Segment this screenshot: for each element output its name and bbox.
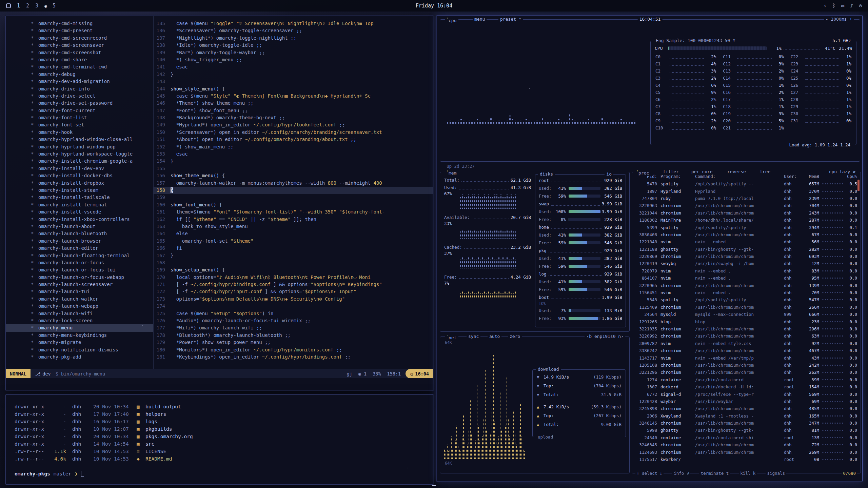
file-picker-item[interactable]: *omarchy-install-xbox-controllers — [6, 216, 153, 223]
terminal-window[interactable]: drwxr-xr-x-dhh20 Nov 10:34▦build-outputd… — [5, 394, 433, 485]
proc-row[interactable]: 1221188ghostty/usr/bin/ghostty --gtk-dhh… — [632, 246, 861, 253]
code-line[interactable]: 180 *Monitors*) open_in_editor ~/.config… — [154, 346, 433, 353]
proc-row[interactable]: 3809782nvimnvim --embed style.cssdhh92M0… — [632, 340, 861, 347]
file-picker-item[interactable]: *omarchy-debug — [6, 71, 153, 78]
tree-button[interactable]: tree — [758, 169, 772, 175]
code-line[interactable]: 163 back_to show_style_menu — [154, 223, 433, 230]
power-icon[interactable]: ⊙ — [859, 3, 862, 9]
code-line[interactable]: 151 *About*) open_in_editor ~/.config/om… — [154, 136, 433, 143]
proc-row[interactable]: 747804rubypuma 7.1.0 (tcp://localdhh239M… — [632, 195, 861, 202]
code-line[interactable]: 176 *Audio*) omarchy-launch-or-focus-tui… — [154, 317, 433, 324]
code-line[interactable]: 171 [ -f ~/.config/hypr/bindings.conf ] … — [154, 281, 433, 288]
proc-row[interactable]: 1205108chromium/usr/lib/chromium/chromdh… — [632, 362, 861, 369]
display-icon[interactable]: ▭ — [841, 3, 844, 9]
proc-row[interactable]: 5470spotify/opt/spotify/spotify --dhh657… — [632, 180, 861, 187]
net-auto-button[interactable]: auto — [488, 334, 501, 339]
bluetooth-icon[interactable]: ᛒ — [832, 3, 835, 9]
proc-row[interactable]: 1143717nvimnvim --embed /var/tmp/pdhh43M… — [632, 354, 861, 361]
code-line[interactable]: 170 local options="♪ Audio\n≋ Wifi\nᛒ Bl… — [154, 274, 433, 281]
file-picker-item[interactable]: *omarchy-launch-webapp — [6, 303, 153, 310]
code-line[interactable]: 157 omarchy-launch-walker -m menus:omarc… — [154, 180, 433, 187]
file-picker-item[interactable]: *omarchy-cmd-terminal-cwd — [6, 63, 153, 70]
file-picker-item[interactable]: *omarchy-hook — [6, 129, 153, 136]
code-line[interactable]: 152 *) show_main_menu ;; — [154, 143, 433, 150]
code-line[interactable]: 181 *Keybindings*) open_in_editor ~/.con… — [154, 353, 433, 361]
proc-row[interactable]: 1124693chromium/usr/lib/chromium/chromdh… — [632, 448, 861, 455]
process-scrollbar[interactable] — [857, 180, 860, 191]
proc-row[interactable]: 1156451nvimnvim --embed .dhh70M0.0 — [632, 289, 861, 296]
reverse-button[interactable]: reverse — [726, 169, 748, 175]
code-line[interactable]: 136 *Screensaver*) omarchy-toggle-screen… — [154, 27, 433, 34]
cpu-box-title[interactable]: ¹cpu — [445, 17, 458, 23]
proc-row[interactable]: 5998ghostty/usr/bin/ghostty --gtk-dhh81M… — [632, 427, 861, 434]
proc-row[interactable]: 3246345chromium/usr/lib/chromium/chromdh… — [632, 441, 861, 448]
file-picker-item[interactable]: *omarchy-menu-keybindings — [6, 332, 153, 339]
process-footer-item[interactable]: ↑ select ↓ — [635, 471, 664, 476]
file-picker-item[interactable]: *omarchy-launch-browser — [6, 238, 153, 245]
proc-row[interactable]: 1274containe/usr/bin/containerdroot59M0.… — [632, 376, 861, 383]
proc-row[interactable]: 5343spotify/opt/spotify/spotifydhh547M0.… — [632, 296, 861, 303]
file-picker-item[interactable]: *omarchy-launch-or-focus-tui — [6, 266, 153, 273]
code-line[interactable]: 159 — [154, 194, 433, 201]
code-line[interactable]: 149 *Hyprland*) open_in_editor ~/.config… — [154, 121, 433, 128]
code-line[interactable]: 141 esac — [154, 63, 433, 70]
file-picker-item[interactable]: *omarchy-install-docker-dbs — [6, 172, 153, 179]
file-picker-item[interactable]: *omarchy-install-tailscale — [6, 194, 153, 201]
code-line[interactable]: 169show_setup_menu() { — [154, 266, 433, 273]
code-line[interactable]: 165 omarchy-font-set "$theme" — [154, 238, 433, 245]
workspace-2[interactable]: 2 — [25, 3, 30, 9]
proc-row[interactable]: 3220965chromium/usr/lib/chromium/chromdh… — [632, 282, 861, 289]
file-picker-item[interactable]: *omarchy-dev-add-migration — [6, 78, 153, 85]
proc-row[interactable]: 3221044chromium/usr/lib/chromium/chromdh… — [632, 209, 861, 217]
proc-row[interactable]: 2006XwaylandXwayland :1 -rootless -dhh16… — [632, 412, 861, 420]
file-picker-item[interactable]: *omarchy-cmd-screensaver — [6, 42, 153, 49]
proc-row[interactable]: 1307dockerd/usr/bin/dockerd -H fd:root15… — [632, 383, 861, 390]
volume-icon[interactable]: ♪ — [850, 3, 853, 9]
command-line[interactable] — [6, 378, 433, 390]
proc-row[interactable]: 3220992chromium/usr/lib/chromium/chromdh… — [632, 332, 861, 340]
code-line[interactable]: 156show_theme_menu() { — [154, 172, 433, 179]
code-line[interactable]: 135 case $(menu "Toggle" "☼ Screensaver\… — [154, 20, 433, 27]
file-picker-item[interactable]: *omarchy-launch-walker — [6, 296, 153, 303]
code-line[interactable]: 161 theme=$(menu "Font" "$(omarchy-font-… — [154, 208, 433, 216]
disks-title[interactable]: disks — [538, 171, 555, 177]
proc-row[interactable]: 3386242chromium/usr/lib/chromium/chromdh… — [632, 347, 861, 354]
file-picker-item[interactable]: *omarchy-cmd-share — [6, 56, 153, 63]
file-picker-item[interactable]: *omarchy-drive-select — [6, 93, 153, 100]
code-line[interactable]: 167} — [154, 252, 433, 259]
file-picker-item[interactable]: *omarchy-lock-screen — [6, 317, 153, 324]
proc-row[interactable]: 3246145chromium/usr/lib/chromium/chromdh… — [632, 420, 861, 427]
proc-row[interactable]: 1125409chromium/usr/lib/chromium/chromdh… — [632, 304, 861, 311]
workspace-1[interactable]: 1 — [16, 3, 21, 9]
proc-row[interactable]: 1897HyprlandHyprlanddhh370M0.0 — [632, 187, 861, 195]
proc-row[interactable]: 3245898chromium/usr/lib/chromium/chromdh… — [632, 405, 861, 412]
code-line[interactable]: 144show_style_menu() { — [154, 85, 433, 93]
file-picker-item[interactable]: *omarchy-install-dropbox — [6, 180, 153, 187]
file-picker-item[interactable]: *omarchy-launch-about — [6, 223, 153, 230]
net-zero-button[interactable]: zero — [508, 334, 522, 339]
code-line[interactable]: 174 — [154, 303, 433, 310]
proc-row[interactable]: 3220963chromium/usr/lib/chromium/chromdh… — [632, 202, 861, 209]
interval-control[interactable]: - 2000ms + — [824, 17, 854, 22]
code-line[interactable]: 139 *Bar*) omarchy-toggle-waybar ;; — [154, 49, 433, 56]
code-line[interactable]: 158} — [154, 187, 433, 194]
file-picker-item[interactable]: *omarchy-install-chromium-google-a — [6, 158, 153, 165]
proc-row[interactable]: 728079nvimnvim --embed .dhh83M0.0 — [632, 267, 861, 274]
file-picker-item[interactable]: *omarchy-launch-floating-terminal — [6, 252, 153, 259]
file-picker-item[interactable]: *omarchy-hyprland-window-close-all — [6, 136, 153, 143]
code-line[interactable]: 145 case $(menu "Style" "◐ Theme\nƒ Font… — [154, 93, 433, 100]
omarchy-logo-icon[interactable] — [6, 3, 11, 8]
file-picker-item[interactable]: *omarchy-drive-set-password — [6, 100, 153, 107]
menu-button[interactable]: menu — [473, 17, 487, 22]
clock[interactable]: Friday 16:04 — [416, 3, 452, 9]
code-line[interactable]: 154} — [154, 158, 433, 165]
code-line[interactable]: 173 options="$options\n▤ Defaults\n◉ DNS… — [154, 296, 433, 303]
net-interface-switcher[interactable]: ‹b enp191s0 n› — [585, 334, 625, 339]
file-picker-item[interactable]: *omarchy-cmd-screenshot — [6, 49, 153, 56]
file-picker-item[interactable]: *omarchy-launch-bluetooth — [6, 230, 153, 237]
record-icon[interactable]: ◉ — [44, 3, 47, 8]
file-picker-item[interactable]: *omarchy-install-vscode — [6, 208, 153, 216]
process-box-title[interactable]: ⁴proc — [635, 169, 651, 176]
code-line[interactable]: 146 *Theme*) show_theme_menu ;; — [154, 100, 433, 107]
proc-row[interactable]: 3220869chromium/usr/lib/chromium/chromdh… — [632, 253, 861, 260]
